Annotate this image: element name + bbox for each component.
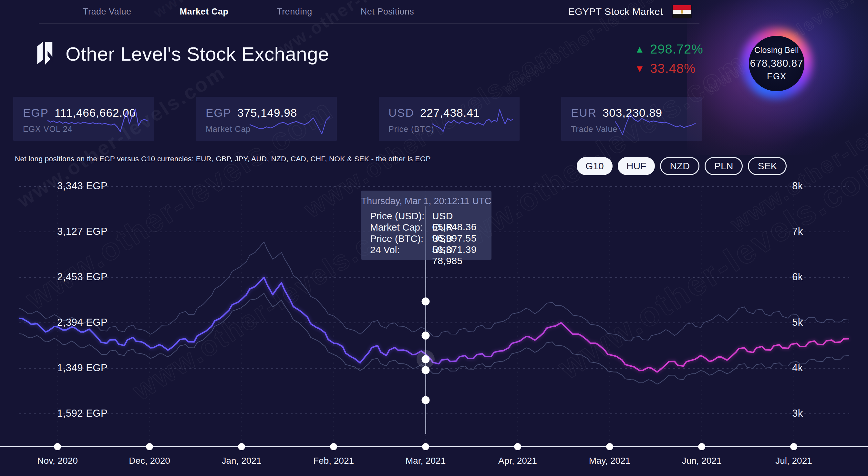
x-axis-dot: [698, 443, 705, 450]
y-axis-label-left: 3,343 EGP: [57, 180, 107, 192]
x-axis-label: Apr, 2021: [498, 456, 537, 466]
pill-g10[interactable]: G10: [577, 157, 613, 175]
pill-nzd[interactable]: NZD: [660, 157, 700, 175]
x-axis-label: Jul, 2021: [775, 456, 812, 466]
x-axis-label: Feb, 2021: [313, 456, 354, 466]
chart-tooltip: Thursday, Mar 1, 20:12:11 UTC Price (USD…: [361, 191, 492, 260]
tooltip-rows: Price (USD):USD 65,848.36Market Cap:EUR …: [370, 211, 485, 256]
card-label: Market Cap: [206, 125, 251, 134]
tooltip-row: Market Cap:EUR 96,997.55: [370, 222, 485, 233]
x-axis-label: Jun, 2021: [682, 456, 722, 466]
ol-logo-icon: [33, 41, 57, 67]
card-currency: EGP: [206, 106, 231, 119]
tooltip-row: 24 Vol:USD 78,985: [370, 244, 485, 256]
egypt-flag-icon: [673, 5, 691, 18]
nav-tabs: Trade ValueMarket CapTrendingNet Positio…: [83, 0, 414, 23]
crosshair-dot: [422, 355, 430, 363]
crosshair-dot: [422, 396, 430, 404]
x-axis-dot: [330, 443, 337, 450]
tooltip-row-value: USD 78,985: [432, 244, 485, 266]
y-axis-label-left: 1,592 EGP: [57, 408, 107, 419]
market-name: EGYPT Stock Market: [568, 6, 663, 17]
crosshair-dot: [422, 297, 430, 305]
up-triangle-icon: ▲: [635, 44, 645, 55]
crosshair-dot: [422, 332, 430, 340]
tooltip-row: Price (USD):USD 65,848.36: [370, 211, 485, 222]
x-axis-label: Jan, 2021: [222, 456, 261, 466]
lower-band-line: [20, 293, 849, 384]
stat-card-trade-value: EUR303,230.89Trade Value: [561, 97, 702, 141]
tooltip-row-label: Price (BTC):: [370, 233, 423, 244]
card-label: Price (BTC): [389, 125, 434, 134]
tab-market-cap[interactable]: Market Cap: [180, 7, 228, 17]
sparkline-path: [48, 109, 148, 132]
x-axis-dot: [514, 443, 521, 450]
x-axis-dot: [54, 443, 61, 450]
page-title: Other Level's Stock Exchange: [66, 43, 329, 65]
stat-card-egx-vol-24: EGP111,466,662.00EGX VOL 24: [13, 97, 154, 141]
x-axis-label: May, 2021: [589, 456, 631, 466]
x-axis-label: Dec, 2020: [129, 456, 170, 466]
y-axis-label-right: 5k: [792, 317, 803, 328]
currency-pills: G10HUFNZDPLNSEK: [577, 157, 786, 175]
tooltip-row-label: Market Cap:: [370, 222, 423, 233]
card-currency: USD: [389, 106, 414, 119]
sparkline-path: [250, 116, 330, 134]
pill-pln[interactable]: PLN: [705, 157, 743, 175]
sparkline-path: [432, 110, 513, 132]
crosshair-dot: [422, 366, 430, 374]
x-axis-dot: [422, 443, 429, 450]
tooltip-row-label: Price (USD):: [370, 211, 424, 222]
stat-card-market-cap: EGP375,149.98Market Cap: [196, 97, 337, 141]
card-currency: EUR: [571, 106, 597, 119]
down-triangle-icon: ▼: [635, 63, 645, 74]
y-axis-label-left: 3,127 EGP: [57, 226, 107, 237]
y-axis-label-left: 2,394 EGP: [57, 317, 107, 328]
stat-card-price-btc-: USD227,438.41Price (BTC): [379, 97, 520, 141]
card-sparkline: [615, 105, 695, 137]
nav-divider: [39, 23, 700, 24]
card-sparkline: [432, 105, 513, 137]
card-currency: EGP: [23, 106, 49, 119]
stock-exchange-dashboard: www.other-levels.comwww.other-levels.com…: [0, 0, 868, 476]
y-axis-label-left: 1,349 EGP: [57, 362, 107, 374]
card-sparkline: [250, 105, 330, 137]
tooltip-timestamp: Thursday, Mar 1, 20:12:11 UTC: [361, 196, 492, 206]
x-axis-dot: [790, 443, 797, 450]
x-axis-dot: [146, 443, 153, 450]
y-axis-label-right: 4k: [792, 362, 803, 374]
card-label: Trade Value: [571, 125, 617, 134]
y-axis-label-left: 2,453 EGP: [57, 271, 107, 283]
pill-huf[interactable]: HUF: [618, 157, 655, 175]
card-sparkline: [48, 105, 148, 137]
down-percent: 33.48%: [650, 61, 696, 76]
y-axis-label-right: 3k: [792, 408, 803, 419]
pill-sek[interactable]: SEK: [748, 157, 786, 175]
sparkline-path: [615, 114, 695, 135]
x-axis-dot: [238, 443, 245, 450]
market-selector[interactable]: EGYPT Stock Market: [568, 0, 691, 23]
x-axis-dot: [606, 443, 613, 450]
up-percent: 298.72%: [650, 42, 703, 57]
positions-note: Net long positions on the EGP versus G10…: [15, 155, 431, 163]
y-axis-label-right: 7k: [792, 226, 803, 237]
y-axis-label-right: 6k: [792, 271, 803, 283]
y-axis-label-right: 8k: [792, 180, 803, 192]
tab-trade-value[interactable]: Trade Value: [83, 7, 131, 17]
tab-trending[interactable]: Trending: [277, 7, 312, 17]
tooltip-row: Price (BTC):USD 59,371.39: [370, 233, 485, 244]
x-axis-label: Nov, 2020: [37, 456, 78, 466]
tooltip-row-label: 24 Vol:: [370, 244, 400, 256]
x-axis-label: Mar, 2021: [406, 456, 446, 466]
tab-net-positions[interactable]: Net Positions: [361, 7, 414, 17]
top-nav: Trade ValueMarket CapTrendingNet Positio…: [0, 0, 868, 23]
brand: Other Level's Stock Exchange: [33, 41, 329, 67]
